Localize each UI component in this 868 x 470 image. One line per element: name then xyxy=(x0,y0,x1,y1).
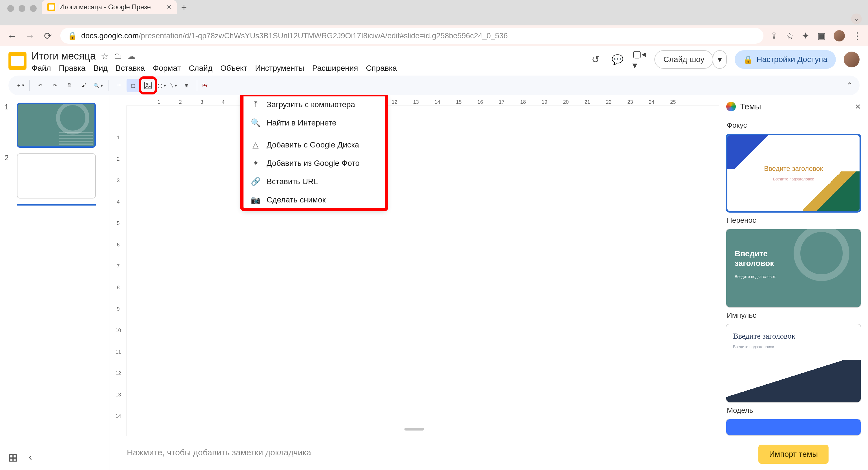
theme-card-model[interactable] xyxy=(726,419,861,436)
zoom-button[interactable]: 🔍 ▾ xyxy=(92,79,104,92)
theme-card-impulse[interactable]: Введите заголовок Введите подзаголовок xyxy=(726,324,861,403)
thumb-row[interactable]: 2 xyxy=(4,153,105,199)
dd-insert-url[interactable]: 🔗Вставить URL xyxy=(242,172,386,190)
cloud-status-icon[interactable]: ☁ xyxy=(127,51,135,61)
star-icon[interactable]: ☆ xyxy=(786,30,794,41)
notes-resize-handle[interactable] xyxy=(404,428,424,431)
slideshow-dropdown[interactable]: ▾ xyxy=(713,50,727,69)
svg-point-1 xyxy=(146,84,147,85)
paint-format-button[interactable]: 🖌 xyxy=(77,79,91,92)
theme-label-impulse: Импульс xyxy=(727,311,861,320)
menu-insert[interactable]: Вставка xyxy=(116,64,145,73)
doc-title[interactable]: Итоги месяца xyxy=(32,50,96,62)
sidepanel-icon[interactable]: ▣ xyxy=(817,30,826,41)
speaker-notes[interactable]: Нажмите, чтобы добавить заметки докладчи… xyxy=(110,439,719,470)
extensions-icon[interactable]: ✦ xyxy=(802,30,809,41)
comments-icon[interactable]: 💬 xyxy=(611,53,624,66)
close-icon[interactable]: × xyxy=(167,3,172,11)
link-icon: 🔗 xyxy=(251,177,260,186)
theme-card-focus[interactable]: Введите заголовок Введите подзаголовок xyxy=(726,134,861,213)
slide-thumbnail-1[interactable] xyxy=(17,102,96,148)
share-button[interactable]: 🔒Настройки Доступа xyxy=(735,50,836,69)
profile-avatar[interactable] xyxy=(834,30,845,41)
menu-slide[interactable]: Слайд xyxy=(189,64,213,73)
comment-button[interactable]: ⊞ xyxy=(180,79,193,92)
menu-extensions[interactable]: Расширения xyxy=(312,64,358,73)
dd-google-photos[interactable]: ✦Добавить из Google Фото xyxy=(242,154,386,172)
insert-image-button[interactable] xyxy=(141,79,155,92)
lock-icon: 🔒 xyxy=(68,31,77,40)
menu-object[interactable]: Объект xyxy=(220,64,247,73)
traffic-lights[interactable] xyxy=(6,0,42,12)
lock-icon: 🔒 xyxy=(743,55,753,64)
move-folder-icon[interactable]: 🗀 xyxy=(114,51,122,61)
themes-header: Темы × xyxy=(719,95,868,118)
menubar: Файл Правка Вид Вставка Формат Слайд Объ… xyxy=(32,64,397,73)
canvas[interactable]: 1234567891011121314151617181920212223242… xyxy=(110,95,719,470)
vertical-ruler: 1234567891011121314 xyxy=(110,106,127,436)
browser-tab[interactable]: Итоги месяца - Google Презе × xyxy=(42,0,177,14)
camera-icon: 📷 xyxy=(251,195,260,204)
import-row: Импорт темы xyxy=(719,438,868,470)
import-theme-button[interactable]: Импорт темы xyxy=(758,445,829,464)
star-outline-icon[interactable]: ☆ xyxy=(101,51,108,61)
theme-label-focus: Фокус xyxy=(727,121,861,130)
reload-button[interactable]: ⟳ xyxy=(42,30,54,41)
insertion-cursor xyxy=(17,204,96,206)
tabs-overflow-button[interactable]: ⌄ xyxy=(851,13,862,24)
forward-button[interactable]: → xyxy=(24,30,35,41)
themes-title: Темы xyxy=(740,102,851,111)
filmstrip[interactable]: 1 2 xyxy=(0,95,110,470)
back-button[interactable]: ← xyxy=(6,30,18,41)
line-tool[interactable]: ╲ ▾ xyxy=(169,79,178,92)
upload-icon: ⤒ xyxy=(251,100,260,109)
url-host: docs.google.com xyxy=(81,32,138,40)
thumb-number: 1 xyxy=(4,102,13,111)
addr-actions: ⇪ ☆ ✦ ▣ ⋮ xyxy=(770,30,862,41)
palette-icon xyxy=(726,102,736,111)
history-icon[interactable]: ↺ xyxy=(588,53,602,66)
dd-camera[interactable]: 📷Сделать снимок xyxy=(242,190,386,209)
insert-image-dropdown: ⤒Загрузить с компьютера 🔍Найти в Интерне… xyxy=(242,95,386,209)
print-button[interactable]: 🖶 xyxy=(63,79,76,92)
slides-app: Итоги месяца ☆ 🗀 ☁ Файл Правка Вид Встав… xyxy=(0,46,868,470)
menu-file[interactable]: Файл xyxy=(32,64,51,73)
textbox-tool[interactable]: ⬚ xyxy=(127,79,140,92)
kebab-icon[interactable]: ⋮ xyxy=(853,30,862,41)
url-path: /presentation/d/1-qp78zwChWsYUs3B1SUnl12… xyxy=(138,32,508,40)
dd-google-drive[interactable]: △Добавить с Google Диска xyxy=(242,136,386,154)
themes-list[interactable]: Фокус Введите заголовок Введите подзагол… xyxy=(719,118,868,438)
bottom-left-tools: ▦ ‹ xyxy=(8,451,32,463)
titlebar: Итоги месяца ☆ 🗀 ☁ Файл Правка Вид Встав… xyxy=(0,46,868,73)
menu-format[interactable]: Формат xyxy=(153,64,181,73)
slides-logo-icon[interactable] xyxy=(8,52,27,70)
thumb-row[interactable]: 1 xyxy=(4,102,105,148)
chevron-left-icon[interactable]: ‹ xyxy=(29,451,32,463)
meet-icon[interactable]: ▢◂ ▾ xyxy=(632,53,647,66)
url-field[interactable]: 🔒 docs.google.com/presentation/d/1-qp78z… xyxy=(60,28,764,44)
slide-thumbnail-2[interactable] xyxy=(17,153,96,199)
explore-icon[interactable]: ▦ xyxy=(8,451,18,463)
undo-button[interactable]: ↶ xyxy=(33,79,47,92)
select-tool[interactable]: ⭢ xyxy=(112,79,125,92)
menu-edit[interactable]: Правка xyxy=(59,64,86,73)
tab-strip: Итоги месяца - Google Презе × + ⌄ xyxy=(0,0,868,14)
dd-upload[interactable]: ⤒Загрузить с компьютера xyxy=(242,95,386,114)
share-icon[interactable]: ⇪ xyxy=(770,30,778,41)
close-icon[interactable]: × xyxy=(855,101,861,112)
menu-tools[interactable]: Инструменты xyxy=(255,64,304,73)
transition-button[interactable]: P▾ xyxy=(200,79,209,92)
redo-button[interactable]: ↷ xyxy=(48,79,61,92)
menu-help[interactable]: Справка xyxy=(366,64,397,73)
new-slide-button[interactable]: ＋ ▾ xyxy=(14,79,26,92)
collapse-toolbar-icon[interactable]: ⌃ xyxy=(846,81,854,90)
slideshow-button[interactable]: Слайд-шоу xyxy=(654,50,713,69)
menu-view[interactable]: Вид xyxy=(93,64,107,73)
theme-label-model: Модель xyxy=(727,406,861,415)
new-tab-button[interactable]: + xyxy=(177,0,191,14)
shape-tool[interactable]: ◯ ▾ xyxy=(156,79,168,92)
account-avatar[interactable] xyxy=(844,52,860,67)
dd-search-web[interactable]: 🔍Найти в Интернете xyxy=(242,114,386,132)
theme-card-perenos[interactable]: Введите заголовок Введите подзаголовок xyxy=(726,229,861,307)
slide-surface[interactable] xyxy=(147,118,674,414)
